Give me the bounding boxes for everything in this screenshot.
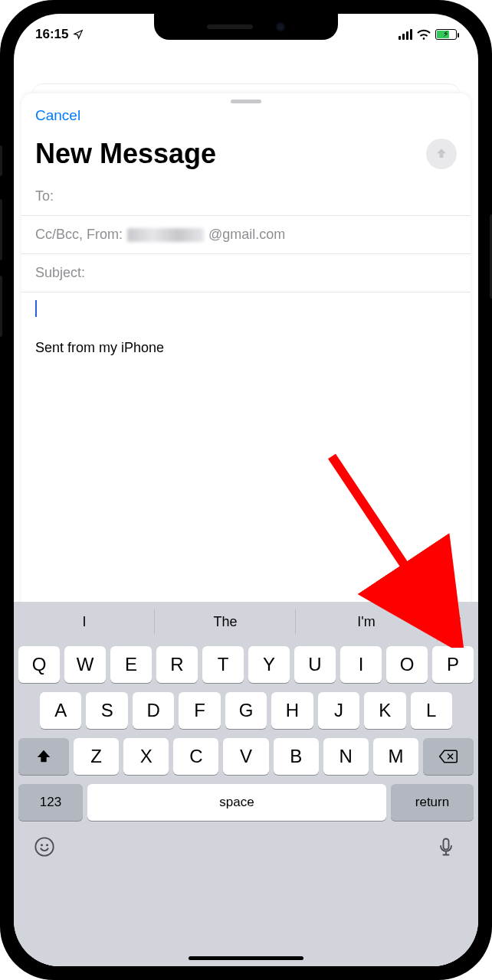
keyboard: I The I'm QWERTYUIOP ASDFGHJKL ZXCVBNM: [14, 602, 478, 966]
key-m[interactable]: M: [373, 738, 418, 775]
key-p[interactable]: P: [432, 646, 474, 683]
ccbcc-from-field[interactable]: Cc/Bcc, From: @gmail.com: [21, 216, 471, 254]
message-body[interactable]: Sent from my iPhone: [21, 292, 471, 364]
key-g[interactable]: G: [225, 692, 267, 729]
notch: [154, 14, 338, 40]
key-w[interactable]: W: [64, 646, 106, 683]
page-title: New Message: [35, 138, 216, 170]
suggestion-1[interactable]: I: [14, 602, 155, 642]
from-address-redacted: [127, 228, 204, 242]
phone-frame: 16:15 ⚡︎ Cancel: [0, 0, 492, 980]
return-key[interactable]: return: [391, 784, 474, 821]
subject-label: Subject:: [35, 265, 85, 281]
sheet-grabber[interactable]: [231, 100, 261, 103]
svg-point-1: [41, 844, 43, 846]
suggestion-3[interactable]: I'm: [296, 602, 437, 642]
key-v[interactable]: V: [223, 738, 268, 775]
wifi-icon: [417, 29, 431, 40]
numbers-key[interactable]: 123: [18, 784, 83, 821]
key-b[interactable]: B: [274, 738, 319, 775]
key-q[interactable]: Q: [18, 646, 60, 683]
screen: 16:15 ⚡︎ Cancel: [14, 14, 478, 966]
svg-point-0: [35, 838, 53, 855]
space-key[interactable]: space: [87, 784, 386, 821]
key-z[interactable]: Z: [74, 738, 119, 775]
volume-down: [0, 276, 2, 337]
to-label: To:: [35, 188, 54, 204]
key-o[interactable]: O: [386, 646, 428, 683]
shift-key[interactable]: [18, 738, 69, 775]
suggestion-bar: I The I'm: [14, 602, 478, 642]
backspace-key[interactable]: [423, 738, 474, 775]
key-t[interactable]: T: [202, 646, 244, 683]
key-s[interactable]: S: [86, 692, 127, 729]
from-domain: @gmail.com: [208, 227, 285, 243]
key-k[interactable]: K: [364, 692, 405, 729]
cellular-icon: [399, 29, 412, 40]
signature: Sent from my iPhone: [35, 340, 457, 356]
suggestion-collapse-button[interactable]: [437, 602, 478, 642]
subject-field[interactable]: Subject:: [21, 254, 471, 292]
key-y[interactable]: Y: [248, 646, 290, 683]
key-h[interactable]: H: [271, 692, 313, 729]
key-c[interactable]: C: [173, 738, 218, 775]
key-e[interactable]: E: [110, 646, 152, 683]
key-l[interactable]: L: [411, 692, 452, 729]
key-d[interactable]: D: [133, 692, 174, 729]
location-icon: [73, 29, 84, 40]
status-time: 16:15: [35, 27, 68, 42]
volume-up: [0, 199, 2, 260]
key-j[interactable]: J: [318, 692, 359, 729]
suggestion-2[interactable]: The: [155, 602, 296, 642]
key-a[interactable]: A: [40, 692, 81, 729]
mute-switch: [0, 145, 2, 176]
cancel-button[interactable]: Cancel: [35, 107, 80, 124]
emoji-key[interactable]: [34, 836, 57, 859]
home-indicator[interactable]: [189, 956, 303, 960]
dictation-key[interactable]: [435, 836, 458, 859]
to-field[interactable]: To:: [21, 178, 471, 216]
text-cursor: [35, 300, 37, 317]
ccbcc-label: Cc/Bcc, From:: [35, 227, 123, 243]
key-u[interactable]: U: [294, 646, 336, 683]
key-f[interactable]: F: [179, 692, 220, 729]
key-r[interactable]: R: [156, 646, 198, 683]
send-button[interactable]: [426, 139, 457, 169]
svg-rect-3: [444, 839, 449, 850]
key-x[interactable]: X: [123, 738, 169, 775]
key-i[interactable]: I: [340, 646, 382, 683]
battery-icon: ⚡︎: [435, 29, 457, 40]
svg-point-2: [46, 844, 48, 846]
key-n[interactable]: N: [323, 738, 369, 775]
